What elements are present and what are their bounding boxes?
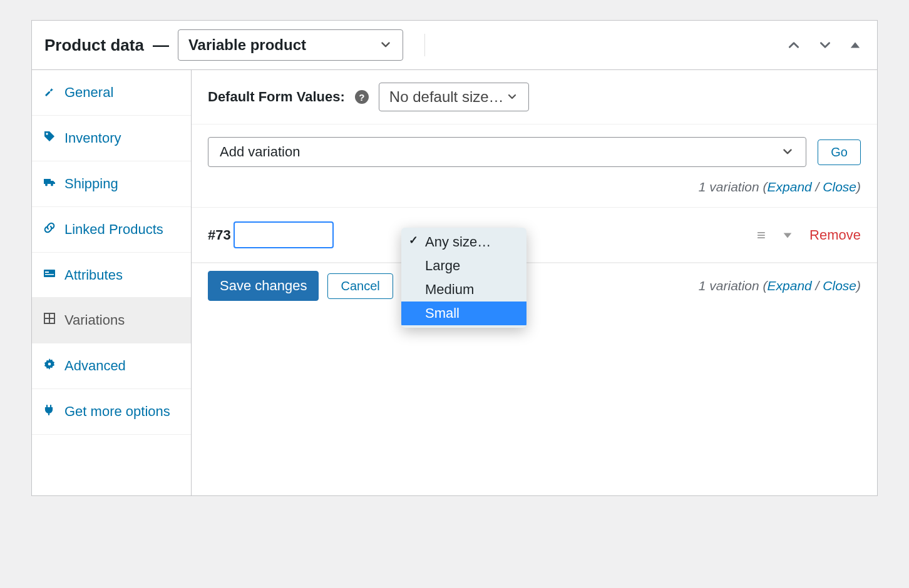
svg-rect-4 [45, 271, 49, 273]
expand-toggle-icon[interactable] [782, 230, 793, 241]
help-icon[interactable]: ? [355, 90, 369, 104]
content-area: Default Form Values: ? No default size… … [192, 70, 877, 495]
chevron-down-icon [506, 91, 518, 103]
grid-icon [43, 312, 56, 325]
product-data-panel: Product data — Variable product [31, 20, 878, 496]
sidebar-item-label: Get more options [64, 402, 170, 422]
variation-count-text: 1 variation [699, 278, 759, 293]
close-link[interactable]: Close [823, 278, 856, 293]
sidebar-item-label: General [64, 83, 113, 103]
variations-footer: Save changes Cancel 1 variation (Expand … [192, 263, 877, 315]
variation-count-bottom: 1 variation (Expand / Close) [699, 278, 861, 293]
panel-move-down-icon[interactable] [818, 38, 832, 52]
sidebar-item-label: Variations [64, 310, 125, 330]
sidebar-item-general[interactable]: General [32, 70, 191, 116]
chevron-down-icon [379, 38, 393, 52]
expand-link[interactable]: Expand [768, 278, 812, 293]
title-separator: — [153, 36, 169, 55]
size-option-medium[interactable]: Medium [401, 278, 526, 302]
size-dropdown: Any size… Large Medium Small [401, 228, 526, 328]
close-link[interactable]: Close [823, 180, 856, 194]
sidebar-item-label: Inventory [64, 128, 121, 148]
size-option-small[interactable]: Small [401, 302, 526, 325]
sidebar-item-label: Linked Products [64, 220, 163, 240]
sidebar-item-label: Advanced [64, 356, 126, 376]
header-divider [424, 34, 425, 56]
gear-icon [43, 358, 56, 370]
tag-icon [43, 130, 56, 143]
sidebar-item-shipping[interactable]: Shipping [32, 161, 191, 207]
variation-id: #73 [208, 227, 231, 243]
sidebar-item-attributes[interactable]: Attributes [32, 253, 191, 298]
expand-link[interactable]: Expand [768, 180, 812, 194]
panel-move-up-icon[interactable] [787, 38, 801, 52]
variation-row: #73 Any size… Large Medium Small ≡ Remov… [192, 208, 877, 263]
card-icon [43, 267, 56, 280]
default-size-select[interactable]: No default size… [379, 83, 529, 111]
go-button[interactable]: Go [818, 139, 861, 165]
variation-size-select[interactable] [234, 221, 334, 248]
panel-title-row: Product data — Variable product [44, 29, 787, 61]
svg-point-0 [46, 133, 48, 134]
sidebar-item-label: Shipping [64, 174, 118, 194]
variation-count-text: 1 variation [699, 180, 759, 194]
default-size-value: No default size… [389, 88, 504, 106]
plug-icon [43, 403, 56, 416]
svg-rect-3 [44, 270, 55, 277]
sidebar: General Inventory Shipping Linked Produc… [32, 70, 192, 495]
drag-handle-icon[interactable]: ≡ [757, 228, 766, 243]
svg-point-1 [45, 183, 48, 186]
remove-link[interactable]: Remove [809, 227, 861, 243]
variation-count-top: 1 variation (Expand / Close) [208, 180, 861, 195]
panel-title: Product data [44, 36, 144, 55]
default-form-values-row: Default Form Values: ? No default size… [192, 70, 877, 124]
link-icon [43, 221, 56, 234]
save-changes-button[interactable]: Save changes [208, 271, 319, 301]
sidebar-item-inventory[interactable]: Inventory [32, 116, 191, 161]
product-type-label: Variable product [188, 36, 306, 54]
sidebar-item-get-more-options[interactable]: Get more options [32, 389, 191, 435]
sidebar-item-variations[interactable]: Variations [32, 298, 191, 343]
panel-collapse-icon[interactable] [850, 39, 861, 51]
sidebar-item-advanced[interactable]: Advanced [32, 343, 191, 389]
product-type-select[interactable]: Variable product [178, 29, 403, 61]
add-variation-row: Add variation Go 1 variation (Expand / C… [192, 124, 877, 208]
sidebar-item-linked-products[interactable]: Linked Products [32, 207, 191, 253]
wrench-icon [43, 84, 56, 97]
svg-point-10 [48, 363, 51, 366]
cancel-button[interactable]: Cancel [327, 273, 393, 299]
panel-body: General Inventory Shipping Linked Produc… [32, 70, 877, 495]
add-variation-select[interactable]: Add variation [208, 137, 806, 167]
size-option-large[interactable]: Large [401, 254, 526, 278]
default-form-values-label: Default Form Values: [208, 89, 345, 105]
svg-rect-5 [45, 274, 54, 275]
panel-header-controls [787, 38, 865, 52]
svg-point-2 [51, 183, 53, 186]
chevron-down-icon [781, 145, 794, 159]
panel-header: Product data — Variable product [32, 21, 877, 70]
variation-row-controls: ≡ Remove [757, 227, 861, 243]
add-variation-label: Add variation [220, 144, 300, 160]
sidebar-item-label: Attributes [64, 265, 123, 285]
size-option-any[interactable]: Any size… [401, 230, 526, 254]
truck-icon [43, 176, 56, 188]
